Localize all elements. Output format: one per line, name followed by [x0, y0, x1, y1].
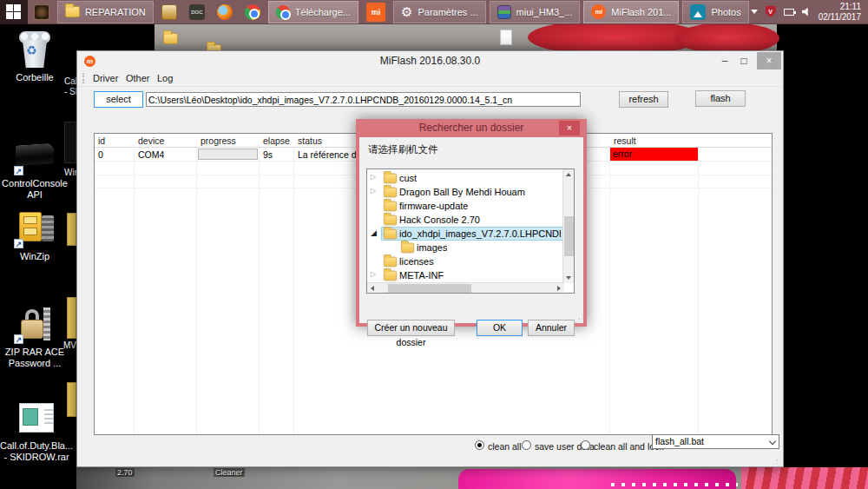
tree-item[interactable]: ▷ Dragon Ball By Mehdi Houam	[367, 185, 563, 199]
clock-time: 21:11	[819, 2, 861, 12]
tree-item[interactable]: ▷ cust	[367, 171, 563, 185]
script-dropdown[interactable]: flash_all.bat	[652, 434, 779, 449]
desktop-icon-recycle-bin[interactable]: ♻ Corbeille	[2, 31, 68, 83]
gear-icon: ⚙	[401, 4, 412, 20]
taskbar-photos-window[interactable]: Photos	[682, 1, 748, 23]
tree-item-selected[interactable]: ◢ ido_xhdpi_images_V7.2.7.0.LHPCNDB_2016…	[367, 227, 563, 241]
winrar-icon	[497, 5, 511, 19]
desktop-icon-winzip[interactable]: ↗ WinZip	[2, 210, 68, 262]
desktop-label-fragment: 2.70	[115, 468, 135, 477]
window-title: MiFlash 2016.08.30.0	[77, 51, 783, 70]
recycle-bin-icon: ♻	[14, 31, 56, 69]
col-progress[interactable]: progress	[201, 135, 236, 146]
menu-log[interactable]: Log	[152, 70, 178, 87]
expander-icon[interactable]: ▷	[371, 187, 376, 195]
desktop-label-fragment: Cleaner	[214, 468, 245, 477]
start-button[interactable]	[0, 0, 28, 24]
desktop-folder-icon[interactable]	[163, 33, 178, 44]
scroll-down-icon[interactable]	[566, 276, 571, 280]
scrollbar-thumb[interactable]	[564, 216, 574, 256]
lock-icon: ↗	[14, 306, 56, 344]
cell-elapse: 9s	[263, 149, 273, 160]
dialog-resize-grip[interactable]	[574, 314, 582, 322]
taskbar-settings-window[interactable]: ⚙ Paramètres ...	[393, 1, 486, 23]
taskbar-miflash-window[interactable]: mi MiFlash 201...	[583, 1, 679, 23]
expander-icon[interactable]: ▷	[371, 270, 376, 278]
path-input[interactable]	[146, 92, 581, 107]
select-button[interactable]: select	[94, 91, 143, 108]
progress-bar	[198, 149, 258, 160]
firefox-icon[interactable]	[217, 4, 233, 20]
tree-item[interactable]: images	[367, 241, 563, 254]
menu-driver[interactable]: Driver	[88, 70, 123, 87]
photos-icon	[690, 4, 706, 20]
refresh-button[interactable]: refresh	[619, 91, 668, 108]
radio-save-user-data[interactable]	[522, 440, 531, 450]
taskbar-media-app-icon[interactable]	[161, 4, 177, 20]
scroll-up-icon[interactable]	[566, 173, 571, 176]
desktop-icon-cod-rar[interactable]: Call.of.Duty.Bla... - SKIDROW.rar	[0, 400, 73, 462]
radio-clean-all[interactable]	[475, 440, 484, 450]
taskbar-winrar-window[interactable]: miui_HM3_...	[490, 1, 581, 23]
scroll-left-icon[interactable]	[371, 286, 374, 291]
wallpaper-striped-sock	[741, 467, 868, 489]
scrollbar-thumb[interactable]	[388, 284, 471, 293]
menu-other[interactable]: Other	[121, 70, 155, 87]
col-id[interactable]: id	[98, 135, 105, 146]
battery-icon[interactable]	[784, 9, 794, 16]
desktop-icon-partial	[64, 122, 76, 163]
folder-icon	[384, 202, 397, 212]
folder-icon	[384, 257, 397, 268]
taskbar-clock[interactable]: 21:11 02/11/2017	[819, 2, 861, 23]
tree-item[interactable]: ▷ META-INF	[367, 268, 563, 282]
taskbar-doc-app-icon[interactable]: DOC	[189, 4, 205, 20]
desktop-label-fragment: MV	[63, 340, 76, 350]
tray-chevron-icon[interactable]	[751, 10, 758, 14]
chrome-icon	[276, 5, 290, 19]
taskbar-audio-app-icon[interactable]	[34, 4, 49, 20]
new-folder-button[interactable]: Créer un nouveau dossier	[367, 320, 455, 336]
desktop-file-icon[interactable]	[500, 30, 512, 45]
mi-logo-icon[interactable]: mi	[366, 3, 385, 22]
col-elapse[interactable]: elapse	[263, 135, 290, 146]
desktop-folder-partial	[67, 297, 76, 339]
tree-item[interactable]: licenses	[367, 254, 563, 268]
script-dropdown-value: flash_all.bat	[655, 436, 704, 446]
vertical-scrollbar[interactable]	[562, 169, 574, 283]
radio-clean-all-label[interactable]: clean all	[488, 441, 522, 452]
expander-icon[interactable]: ▷	[371, 173, 376, 181]
taskbar-chrome-downloads-window[interactable]: Télécharge...	[268, 1, 358, 23]
scroll-right-icon[interactable]	[557, 286, 561, 291]
ok-button[interactable]: OK	[477, 320, 523, 336]
expander-icon[interactable]: ◢	[371, 228, 377, 237]
cell-device: COM4	[138, 149, 164, 160]
col-result[interactable]: result	[614, 135, 636, 146]
folder-icon	[384, 271, 397, 281]
wallpaper-dark-area	[76, 24, 155, 52]
cancel-button[interactable]: Annuler	[528, 320, 575, 336]
taskbar-reparation-folder[interactable]: REPARATION	[57, 1, 154, 23]
wallpaper-red-fabric	[675, 23, 779, 54]
folder-tree: ▷ cust ▷ Dragon Ball By Mehdi Houam firm…	[366, 169, 575, 294]
tree-item[interactable]: firmware-update	[367, 199, 563, 213]
windows-logo-icon	[6, 4, 21, 19]
chevron-down-icon	[769, 438, 776, 445]
dialog-close-button[interactable]: ×	[559, 121, 580, 135]
horizontal-scrollbar[interactable]	[367, 282, 564, 293]
chrome-icon[interactable]	[245, 4, 260, 20]
desktop-icon-controlconsole[interactable]: ↗ ControlConsole API	[2, 137, 68, 200]
desktop-icon-zip-rar-password[interactable]: ↗ ZIP RAR ACE Password ...	[2, 306, 68, 368]
folder-icon	[401, 243, 414, 254]
maximize-button[interactable]: □	[734, 52, 753, 69]
tree-item[interactable]: Hack Console 2.70	[367, 213, 563, 227]
close-button[interactable]: ×	[757, 52, 781, 69]
mi-logo-icon: mi	[591, 4, 606, 19]
radio-clean-all-and-lock[interactable]	[581, 440, 590, 450]
antivirus-shield-icon[interactable]: V	[766, 6, 776, 17]
folder-icon	[65, 6, 80, 17]
flash-button[interactable]: flash	[695, 90, 746, 107]
minimize-button[interactable]: –	[715, 52, 734, 69]
col-status[interactable]: status	[298, 135, 322, 146]
volume-icon[interactable]	[802, 8, 811, 17]
col-device[interactable]: device	[138, 135, 164, 146]
